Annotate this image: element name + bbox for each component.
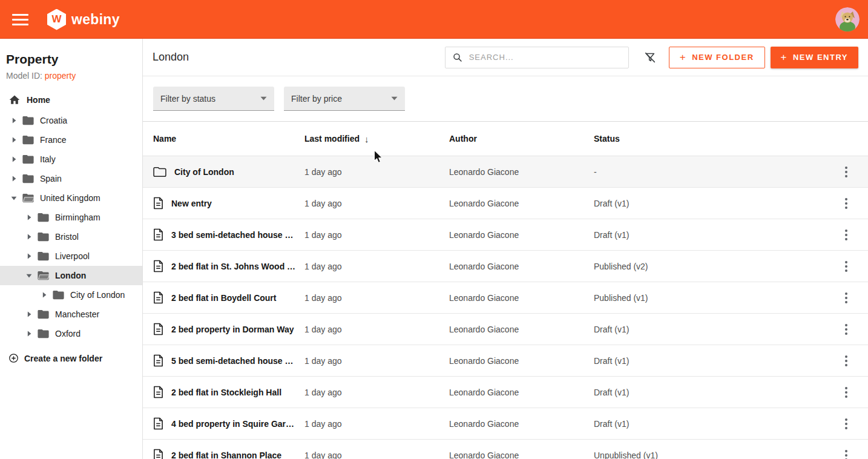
filter-by-status-label: Filter by status [160, 94, 215, 104]
entry-modified: 1 day ago [304, 199, 449, 208]
chevron-right-icon[interactable] [10, 117, 18, 124]
table-row[interactable]: 4 bed property in Squire Gar… 1 day ago … [143, 408, 868, 440]
row-actions-menu-icon[interactable] [841, 226, 851, 244]
row-actions-menu-icon[interactable] [841, 163, 851, 181]
row-actions-menu-icon[interactable] [841, 446, 851, 459]
tree-item[interactable]: Manchester [0, 305, 142, 324]
tree-item[interactable]: United Kingdom [0, 188, 142, 208]
row-actions-menu-icon[interactable] [841, 257, 851, 276]
row-actions-menu-icon[interactable] [841, 383, 851, 401]
entry-author: Leonardo Giacone [449, 167, 594, 177]
tree-item[interactable]: Liverpool [0, 246, 142, 266]
entry-name: 3 bed semi-detached house … [171, 230, 294, 240]
tree-item[interactable]: London [0, 266, 142, 285]
tree-item-label: Oxford [55, 329, 81, 338]
tree-item-label: United Kingdom [40, 193, 100, 203]
table-row[interactable]: 5 bed semi-detached house … 1 day ago Le… [143, 345, 868, 377]
folder-icon [38, 213, 49, 222]
table-row[interactable]: 2 bed flat in Stockleigh Hall 1 day ago … [143, 377, 868, 408]
entry-name: 2 bed flat in Boydell Court [171, 293, 276, 303]
document-icon [153, 260, 163, 272]
chevron-right-icon[interactable] [40, 292, 48, 298]
chevron-right-icon[interactable] [10, 176, 18, 182]
tree-item[interactable]: Spain [0, 169, 142, 188]
column-header-last-modified[interactable]: Last modified ↓ [304, 134, 449, 144]
search-input[interactable] [469, 53, 622, 62]
column-header-status: Status [594, 134, 824, 144]
filter-by-price-select[interactable]: Filter by price [284, 87, 405, 111]
table-row[interactable]: City of London 1 day ago Leonardo Giacon… [143, 156, 868, 188]
folder-icon [38, 309, 49, 319]
entry-author: Leonardo Giacone [449, 230, 594, 240]
row-actions-menu-icon[interactable] [841, 415, 851, 433]
tree-item-label: Croatia [40, 116, 67, 125]
row-actions-menu-icon[interactable] [841, 352, 851, 370]
sidebar-item-home[interactable]: Home [0, 90, 142, 110]
chevron-right-icon[interactable] [10, 156, 18, 162]
table-row[interactable]: 2 bed flat in St. Johns Wood … 1 day ago… [143, 251, 868, 282]
filter-bar: Filter by status Filter by price [143, 76, 868, 122]
row-actions-menu-icon[interactable] [841, 289, 851, 307]
entry-modified: 1 day ago [304, 230, 449, 240]
filter-by-price-label: Filter by price [291, 94, 342, 104]
tree-item-label: Bristol [55, 232, 79, 242]
document-icon [153, 449, 163, 459]
filter-off-icon[interactable] [643, 51, 657, 64]
new-entry-button[interactable]: + NEW ENTRY [771, 47, 858, 68]
model-id-label: Model ID: [6, 71, 42, 81]
row-actions-menu-icon[interactable] [841, 320, 851, 338]
sidebar: Property Model ID: property Home [0, 39, 143, 459]
table-row[interactable]: 3 bed semi-detached house … 1 day ago Le… [143, 219, 868, 251]
entry-status: Published (v1) [594, 293, 824, 303]
document-icon [153, 323, 163, 335]
entry-modified: 1 day ago [304, 388, 449, 397]
create-folder-button[interactable]: Create a new folder [0, 353, 142, 363]
chevron-right-icon[interactable] [25, 311, 33, 317]
chevron-down-icon[interactable] [25, 274, 33, 278]
entry-name: 2 bed property in Dorman Way [171, 325, 294, 334]
entry-modified: 1 day ago [304, 451, 449, 459]
tree-item[interactable]: France [0, 130, 142, 150]
document-icon [153, 228, 163, 241]
tree-item[interactable]: Croatia [0, 111, 142, 130]
menu-icon[interactable] [12, 14, 28, 25]
top-app-bar: W webiny [0, 0, 868, 39]
entry-status: Draft (v1) [594, 230, 824, 240]
chevron-down-icon [260, 96, 267, 101]
chevron-down-icon[interactable] [10, 196, 18, 200]
row-actions-menu-icon[interactable] [841, 194, 851, 213]
chevron-right-icon[interactable] [25, 253, 33, 259]
tree-item[interactable]: Birmingham [0, 208, 142, 227]
toolbar: London + NEW FOLDER [143, 39, 868, 76]
search-box[interactable] [445, 47, 629, 68]
folder-tree: Croatia France [0, 111, 142, 343]
webiny-logo[interactable]: W webiny [47, 9, 120, 30]
model-title: Property [6, 52, 136, 67]
entry-status: Published (v2) [594, 262, 824, 271]
tree-item[interactable]: Bristol [0, 227, 142, 246]
filter-by-status-select[interactable]: Filter by status [153, 87, 274, 111]
tree-item[interactable]: Oxford [0, 324, 142, 343]
table-row[interactable]: 2 bed property in Dorman Way 1 day ago L… [143, 314, 868, 345]
user-avatar[interactable] [835, 7, 860, 31]
tree-item[interactable]: City of London [0, 285, 142, 305]
tree-item[interactable]: Italy [0, 150, 142, 169]
entry-status: Draft (v1) [594, 356, 824, 366]
entry-author: Leonardo Giacone [449, 325, 594, 334]
chevron-right-icon[interactable] [10, 137, 18, 143]
table-row[interactable]: 2 bed flat in Shannon Place 1 day ago Le… [143, 440, 868, 459]
chevron-right-icon[interactable] [25, 331, 33, 337]
chevron-right-icon[interactable] [25, 214, 33, 220]
new-folder-button[interactable]: + NEW FOLDER [669, 47, 765, 68]
chevron-right-icon[interactable] [25, 234, 33, 240]
entry-author: Leonardo Giacone [449, 388, 594, 397]
folder-icon [22, 116, 34, 125]
table-row[interactable]: New entry 1 day ago Leonardo Giacone Dra… [143, 188, 868, 219]
table-row[interactable]: 2 bed flat in Boydell Court 1 day ago Le… [143, 282, 868, 314]
tree-item-label: London [55, 271, 86, 280]
document-icon [153, 291, 163, 304]
folder-open-icon [38, 271, 49, 280]
entry-status: Draft (v1) [594, 388, 824, 397]
tree-item-label: Italy [40, 154, 56, 164]
column-header-author: Author [449, 134, 594, 144]
